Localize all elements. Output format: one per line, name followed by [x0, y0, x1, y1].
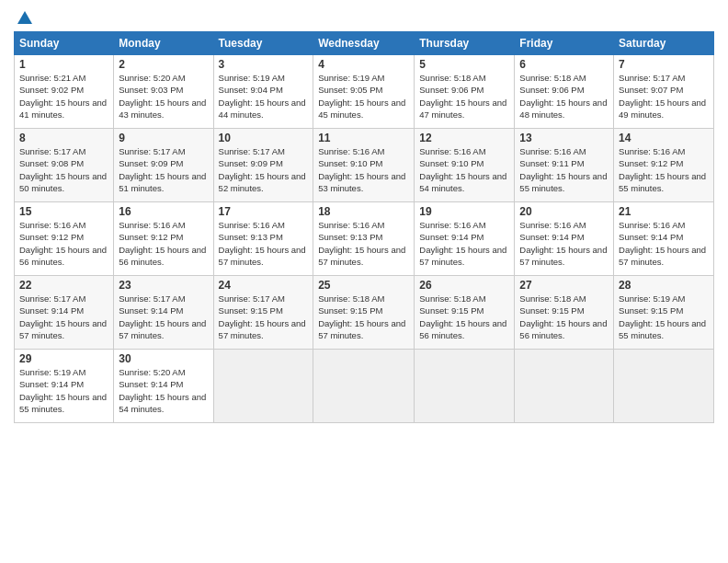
- day-number: 22: [19, 279, 108, 292]
- week-row-1: 1 Sunrise: 5:21 AMSunset: 9:02 PMDayligh…: [15, 55, 714, 129]
- day-cell: 3 Sunrise: 5:19 AMSunset: 9:04 PMDayligh…: [213, 55, 313, 129]
- day-info: Sunrise: 5:17 AMSunset: 9:08 PMDaylight:…: [19, 146, 107, 193]
- day-cell: 29 Sunrise: 5:19 AMSunset: 9:14 PMDaylig…: [15, 350, 114, 423]
- day-cell: 13 Sunrise: 5:16 AMSunset: 9:11 PMDaylig…: [515, 129, 614, 202]
- logo: [14, 9, 34, 28]
- calendar-table: SundayMondayTuesdayWednesdayThursdayFrid…: [14, 31, 714, 423]
- day-cell: 14 Sunrise: 5:16 AMSunset: 9:12 PMDaylig…: [614, 129, 714, 202]
- day-info: Sunrise: 5:18 AMSunset: 9:06 PMDaylight:…: [419, 73, 506, 120]
- day-number: 13: [519, 132, 609, 144]
- day-info: Sunrise: 5:17 AMSunset: 9:09 PMDaylight:…: [119, 146, 206, 193]
- day-number: 25: [318, 279, 409, 292]
- day-number: 30: [119, 352, 208, 365]
- col-header-wednesday: Wednesday: [313, 32, 415, 55]
- day-cell: 11 Sunrise: 5:16 AMSunset: 9:10 PMDaylig…: [313, 129, 415, 202]
- day-info: Sunrise: 5:16 AMSunset: 9:13 PMDaylight:…: [318, 220, 405, 267]
- day-number: 12: [419, 132, 509, 144]
- day-info: Sunrise: 5:16 AMSunset: 9:10 PMDaylight:…: [318, 146, 405, 193]
- day-cell: 24 Sunrise: 5:17 AMSunset: 9:15 PMDaylig…: [213, 276, 313, 350]
- col-header-thursday: Thursday: [415, 32, 515, 55]
- week-row-2: 8 Sunrise: 5:17 AMSunset: 9:08 PMDayligh…: [15, 129, 714, 202]
- day-number: 28: [619, 279, 709, 292]
- day-info: Sunrise: 5:19 AMSunset: 9:04 PMDaylight:…: [219, 73, 306, 120]
- day-cell: 9 Sunrise: 5:17 AMSunset: 9:09 PMDayligh…: [114, 129, 213, 202]
- day-info: Sunrise: 5:16 AMSunset: 9:14 PMDaylight:…: [519, 220, 607, 267]
- day-cell: 22 Sunrise: 5:17 AMSunset: 9:14 PMDaylig…: [15, 276, 114, 350]
- col-header-tuesday: Tuesday: [213, 32, 313, 55]
- day-cell: 23 Sunrise: 5:17 AMSunset: 9:14 PMDaylig…: [114, 276, 213, 350]
- day-info: Sunrise: 5:19 AMSunset: 9:15 PMDaylight:…: [619, 293, 706, 340]
- day-info: Sunrise: 5:20 AMSunset: 9:03 PMDaylight:…: [119, 73, 206, 120]
- day-cell: 5 Sunrise: 5:18 AMSunset: 9:06 PMDayligh…: [415, 55, 515, 129]
- day-cell: 20 Sunrise: 5:16 AMSunset: 9:14 PMDaylig…: [515, 202, 614, 276]
- day-number: 17: [219, 205, 309, 218]
- day-number: 26: [419, 279, 509, 292]
- header: [14, 9, 714, 24]
- day-cell: 26 Sunrise: 5:18 AMSunset: 9:15 PMDaylig…: [415, 276, 515, 350]
- day-cell: 21 Sunrise: 5:16 AMSunset: 9:14 PMDaylig…: [614, 202, 714, 276]
- day-number: 5: [419, 58, 509, 71]
- day-cell: 8 Sunrise: 5:17 AMSunset: 9:08 PMDayligh…: [15, 129, 114, 202]
- day-cell: [515, 350, 614, 423]
- day-cell: 19 Sunrise: 5:16 AMSunset: 9:14 PMDaylig…: [415, 202, 515, 276]
- day-cell: [614, 350, 714, 423]
- page: SundayMondayTuesdayWednesdayThursdayFrid…: [0, 0, 728, 563]
- day-number: 20: [519, 205, 609, 218]
- week-row-3: 15 Sunrise: 5:16 AMSunset: 9:12 PMDaylig…: [15, 202, 714, 276]
- day-number: 27: [519, 279, 609, 292]
- day-number: 23: [119, 279, 208, 292]
- day-info: Sunrise: 5:21 AMSunset: 9:02 PMDaylight:…: [19, 73, 107, 120]
- day-info: Sunrise: 5:16 AMSunset: 9:14 PMDaylight:…: [419, 220, 506, 267]
- col-header-saturday: Saturday: [614, 32, 714, 55]
- day-cell: [313, 350, 415, 423]
- day-cell: 4 Sunrise: 5:19 AMSunset: 9:05 PMDayligh…: [313, 55, 415, 129]
- day-number: 16: [119, 205, 208, 218]
- day-info: Sunrise: 5:17 AMSunset: 9:14 PMDaylight:…: [119, 293, 206, 340]
- day-cell: [415, 350, 515, 423]
- day-cell: 12 Sunrise: 5:16 AMSunset: 9:10 PMDaylig…: [415, 129, 515, 202]
- day-number: 3: [219, 58, 309, 71]
- day-number: 7: [619, 58, 709, 71]
- svg-marker-0: [17, 11, 32, 24]
- day-info: Sunrise: 5:16 AMSunset: 9:12 PMDaylight:…: [19, 220, 107, 267]
- day-info: Sunrise: 5:16 AMSunset: 9:13 PMDaylight:…: [219, 220, 306, 267]
- day-cell: 6 Sunrise: 5:18 AMSunset: 9:06 PMDayligh…: [515, 55, 614, 129]
- day-info: Sunrise: 5:16 AMSunset: 9:12 PMDaylight:…: [619, 146, 706, 193]
- day-number: 4: [318, 58, 409, 71]
- logo-icon: [16, 9, 34, 28]
- day-info: Sunrise: 5:16 AMSunset: 9:10 PMDaylight:…: [419, 146, 506, 193]
- day-number: 1: [19, 58, 108, 71]
- day-info: Sunrise: 5:16 AMSunset: 9:14 PMDaylight:…: [619, 220, 706, 267]
- day-number: 6: [519, 58, 609, 71]
- day-number: 9: [119, 132, 208, 144]
- day-info: Sunrise: 5:18 AMSunset: 9:15 PMDaylight:…: [519, 293, 607, 340]
- day-cell: [213, 350, 313, 423]
- day-cell: 27 Sunrise: 5:18 AMSunset: 9:15 PMDaylig…: [515, 276, 614, 350]
- day-number: 21: [619, 205, 709, 218]
- header-row: SundayMondayTuesdayWednesdayThursdayFrid…: [15, 32, 714, 55]
- day-number: 2: [119, 58, 208, 71]
- day-cell: 7 Sunrise: 5:17 AMSunset: 9:07 PMDayligh…: [614, 55, 714, 129]
- day-info: Sunrise: 5:17 AMSunset: 9:14 PMDaylight:…: [19, 293, 107, 340]
- day-info: Sunrise: 5:17 AMSunset: 9:07 PMDaylight:…: [619, 73, 706, 120]
- day-number: 11: [318, 132, 409, 144]
- col-header-monday: Monday: [114, 32, 213, 55]
- day-cell: 25 Sunrise: 5:18 AMSunset: 9:15 PMDaylig…: [313, 276, 415, 350]
- col-header-sunday: Sunday: [15, 32, 114, 55]
- week-row-5: 29 Sunrise: 5:19 AMSunset: 9:14 PMDaylig…: [15, 350, 714, 423]
- day-number: 10: [219, 132, 309, 144]
- day-info: Sunrise: 5:19 AMSunset: 9:05 PMDaylight:…: [318, 73, 405, 120]
- day-number: 15: [19, 205, 108, 218]
- day-info: Sunrise: 5:19 AMSunset: 9:14 PMDaylight:…: [19, 367, 107, 414]
- day-number: 18: [318, 205, 409, 218]
- day-cell: 16 Sunrise: 5:16 AMSunset: 9:12 PMDaylig…: [114, 202, 213, 276]
- day-info: Sunrise: 5:17 AMSunset: 9:09 PMDaylight:…: [219, 146, 306, 193]
- col-header-friday: Friday: [515, 32, 614, 55]
- day-cell: 2 Sunrise: 5:20 AMSunset: 9:03 PMDayligh…: [114, 55, 213, 129]
- day-cell: 18 Sunrise: 5:16 AMSunset: 9:13 PMDaylig…: [313, 202, 415, 276]
- week-row-4: 22 Sunrise: 5:17 AMSunset: 9:14 PMDaylig…: [15, 276, 714, 350]
- day-cell: 30 Sunrise: 5:20 AMSunset: 9:14 PMDaylig…: [114, 350, 213, 423]
- day-info: Sunrise: 5:18 AMSunset: 9:15 PMDaylight:…: [419, 293, 506, 340]
- day-info: Sunrise: 5:20 AMSunset: 9:14 PMDaylight:…: [119, 367, 206, 414]
- day-cell: 15 Sunrise: 5:16 AMSunset: 9:12 PMDaylig…: [15, 202, 114, 276]
